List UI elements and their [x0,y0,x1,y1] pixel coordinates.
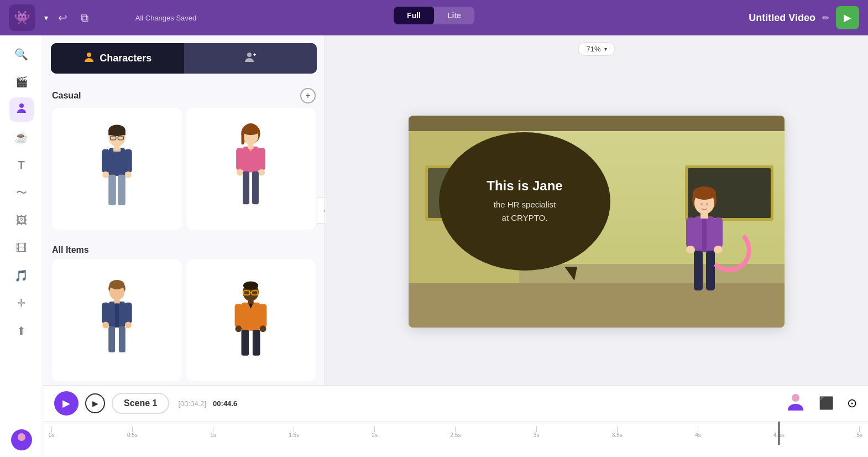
svg-rect-31 [252,171,259,204]
sidebar-item-video[interactable]: 🎞 [9,236,34,260]
timeline-character-icon[interactable] [786,392,806,415]
svg-rect-44 [114,300,119,304]
title-area: Untitled Video ✏ ▶ [749,6,859,29]
preview-play-button[interactable]: ▶ [836,6,859,29]
svg-rect-63 [686,217,695,248]
media-icon: 🎬 [15,76,28,88]
sidebar-item-music[interactable]: 🎵 [9,263,34,288]
logo[interactable]: 👾 [9,4,35,31]
scene-play-button[interactable]: ▶ [85,393,105,413]
ruler-label-4s: 4s [695,432,701,438]
list-item[interactable] [186,108,316,230]
svg-rect-43 [119,326,126,352]
scene-ceiling [409,116,785,131]
global-play-button[interactable]: ▶ [54,391,79,416]
svg-rect-11 [108,148,126,176]
main-canvas-area: 71% ▾ This is Jane the HR specialistat C… [325,35,868,385]
sidebar-item-media[interactable]: 🎬 [9,70,34,94]
all-items-section-header: All Items [43,238,325,259]
top-bar: 👾 ▾ ↩ ⧉ All Changes Saved Full Lite Unti… [0,0,868,35]
bubble-subtitle: the HR specialistat CRYPTO. [494,198,556,225]
mode-lite-button[interactable]: Lite [434,7,474,24]
sidebar-item-text[interactable]: T [9,153,34,177]
edit-title-button[interactable]: ✏ [822,13,829,23]
svg-rect-23 [242,130,244,144]
svg-point-53 [236,325,242,332]
svg-rect-38 [102,303,109,324]
ruler-marks: 0s 0.5s 1s 1.5s [43,427,868,438]
ruler-tick [698,427,698,432]
ruler-tick [51,427,52,432]
bottom-bar: ▶ ▶ Scene 1 [00:04.2] 00:44.6 ⬛ ⊙ [43,385,868,457]
scene-label[interactable]: Scene 1 [112,393,169,414]
list-item[interactable] [186,259,316,381]
user-avatar[interactable] [11,429,32,450]
characters-panel: Characters + Casual + [43,35,325,385]
ruler-tick [859,427,860,432]
left-sidebar: 🔍 🎬 ☕ T 〜 🖼 🎞 🎵 ✛ ⬆ [0,35,43,457]
svg-point-70 [700,202,703,205]
svg-point-29 [258,169,265,175]
timeline-frame-icon[interactable]: ⬛ [819,396,834,411]
list-item[interactable] [52,108,182,230]
svg-rect-57 [248,300,254,304]
svg-point-2 [87,53,91,57]
add-character-tab[interactable]: + [184,43,317,74]
svg-rect-18 [118,174,126,205]
timeline[interactable]: 0s 0.5s 1s 1.5s [43,422,868,457]
sidebar-item-characters[interactable] [9,97,34,122]
undo-button[interactable]: ↩ [55,8,71,28]
ruler-tick [455,427,456,432]
list-item[interactable] [52,259,182,381]
characters-tab[interactable]: Characters [51,43,184,74]
mode-full-button[interactable]: Full [394,7,434,24]
svg-point-54 [260,325,266,332]
add-character-icon: + [244,51,257,66]
casual-add-button[interactable]: + [300,88,316,103]
sidebar-item-bg[interactable]: 〜 [9,180,34,205]
characters-tab-label: Characters [100,53,151,64]
scene-canvas[interactable]: This is Jane the HR specialistat CRYPTO. [409,116,785,328]
svg-rect-62 [702,216,707,252]
ruler-tick [294,427,294,432]
svg-point-15 [102,171,109,178]
ruler-mark-35s: 3.5s [612,427,623,438]
speech-bubble: This is Jane the HR specialistat CRYPTO. [439,132,610,271]
zoom-dropdown-arrow-icon: ▾ [604,46,607,52]
timeline-timer-icon[interactable]: ⊙ [847,396,857,411]
svg-point-40 [102,322,109,329]
casual-section-title: Casual [52,91,81,101]
logo-chevron-icon[interactable]: ▾ [44,13,48,22]
time-current: 00:44.6 [213,399,237,408]
ruler-mark-3s: 3s [534,427,540,438]
sidebar-item-props[interactable]: ☕ [9,125,34,149]
zoom-dropdown[interactable]: 71% ▾ [578,42,615,56]
bottom-icons: ⬛ ⊙ [786,392,857,415]
all-items-characters-grid [43,259,325,385]
svg-point-28 [237,169,243,175]
undo-icon: ↩ [58,12,67,24]
panel-collapse-button[interactable]: ‹ [317,197,325,224]
sidebar-item-search[interactable]: 🔍 [9,42,34,66]
svg-rect-39 [124,303,132,324]
svg-point-16 [125,171,132,178]
sidebar-item-upload[interactable]: ⬆ [9,319,34,343]
sidebar-item-effects[interactable]: ✛ [9,291,34,315]
play-icon-top: ▶ [844,12,851,24]
video-icon: 🎞 [16,242,27,255]
svg-point-22 [242,126,260,135]
copy-button[interactable]: ⧉ [77,8,92,28]
ruler-label-25s: 2.5s [451,432,461,438]
svg-rect-67 [694,251,703,290]
svg-point-65 [686,246,695,253]
sidebar-bottom [11,429,32,450]
ruler-label-05s: 0.5s [127,432,138,438]
sidebar-item-images[interactable]: 🖼 [9,208,34,232]
effects-icon: ✛ [17,297,25,309]
svg-point-72 [792,394,799,402]
casual-section-header: Casual + [43,81,325,108]
music-icon: 🎵 [14,269,28,282]
timeline-ruler: 0s 0.5s 1s 1.5s [43,424,868,440]
svg-rect-56 [253,330,260,356]
svg-rect-37 [115,302,119,328]
